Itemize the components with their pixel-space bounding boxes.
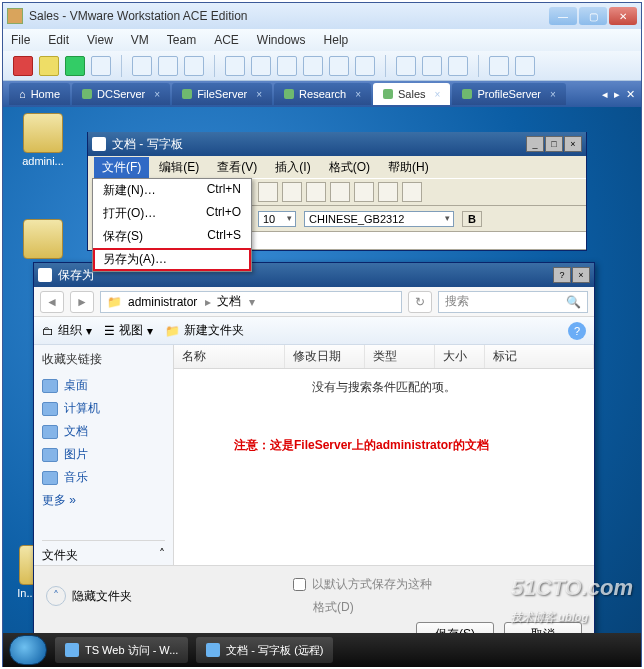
column-type[interactable]: 类型: [364, 345, 434, 369]
guest-desktop[interactable]: admini... 计... In... Ex... 文档 - 写字板 _□× …: [3, 107, 641, 667]
vmware-minimize-button[interactable]: —: [549, 7, 577, 25]
wordpad-tool-button[interactable]: [258, 182, 278, 202]
wordpad-minimize-button[interactable]: _: [526, 136, 544, 152]
nav-back-button[interactable]: ◄: [40, 291, 64, 313]
close-tab-icon[interactable]: ×: [550, 89, 556, 100]
menu-item-new[interactable]: 新建(N)…Ctrl+N: [93, 179, 251, 202]
wordpad-menu-format[interactable]: 格式(O): [321, 157, 378, 178]
sidebar-link-computer[interactable]: 计算机: [42, 397, 165, 420]
wordpad-menu-help[interactable]: 帮助(H): [380, 157, 437, 178]
menu-item-save-as[interactable]: 另存为(A)…: [93, 248, 251, 271]
power-on-button[interactable]: [65, 56, 85, 76]
toolbar-button[interactable]: [515, 56, 535, 76]
refresh-button[interactable]: ↻: [408, 291, 432, 313]
checkbox-input[interactable]: [293, 578, 306, 591]
tab-fileserver[interactable]: FileServer×: [172, 83, 272, 105]
menu-ace[interactable]: ACE: [214, 33, 239, 47]
menu-file[interactable]: File: [11, 33, 30, 47]
tab-scroll-left[interactable]: ◂: [602, 88, 608, 101]
sidebar-link-desktop[interactable]: 桌面: [42, 374, 165, 397]
desktop-icon[interactable]: admini...: [13, 113, 73, 167]
help-button[interactable]: ?: [568, 322, 586, 340]
sidebar-link-pictures[interactable]: 图片: [42, 443, 165, 466]
toolbar-button[interactable]: [225, 56, 245, 76]
column-tags[interactable]: 标记: [484, 345, 594, 369]
wordpad-tool-button[interactable]: [306, 182, 326, 202]
start-button[interactable]: [9, 635, 47, 665]
address-bar[interactable]: 📁 administrator 文档: [100, 291, 402, 313]
tab-close-icon[interactable]: ✕: [626, 88, 635, 101]
close-tab-icon[interactable]: ×: [355, 89, 361, 100]
close-tab-icon[interactable]: ×: [256, 89, 262, 100]
wordpad-tool-button[interactable]: [330, 182, 350, 202]
wordpad-menu-insert[interactable]: 插入(I): [267, 157, 318, 178]
tab-scroll-right[interactable]: ▸: [614, 88, 620, 101]
fullscreen-button[interactable]: [396, 56, 416, 76]
menu-item-open[interactable]: 打开(O)…Ctrl+O: [93, 202, 251, 225]
toolbar-button[interactable]: [277, 56, 297, 76]
toolbar-button[interactable]: [355, 56, 375, 76]
new-folder-button[interactable]: 📁新建文件夹: [165, 322, 244, 339]
revert-button[interactable]: [158, 56, 178, 76]
bold-button[interactable]: B: [462, 211, 482, 227]
column-date[interactable]: 修改日期: [284, 345, 364, 369]
menu-windows[interactable]: Windows: [257, 33, 306, 47]
menu-help[interactable]: Help: [324, 33, 349, 47]
tab-research[interactable]: Research×: [274, 83, 371, 105]
toolbar-button[interactable]: [329, 56, 349, 76]
tab-home[interactable]: ⌂Home: [9, 83, 70, 105]
font-size-select[interactable]: 10: [258, 211, 296, 227]
folders-tree-header[interactable]: 文件夹˄: [42, 540, 165, 564]
taskbar-item[interactable]: TS Web 访问 - W...: [55, 637, 188, 663]
tab-sales[interactable]: Sales×: [373, 83, 450, 105]
sidebar-link-more[interactable]: 更多 »: [42, 489, 165, 512]
reset-button[interactable]: [91, 56, 111, 76]
toolbar-button[interactable]: [251, 56, 271, 76]
nav-forward-button[interactable]: ►: [70, 291, 94, 313]
wordpad-tool-button[interactable]: [378, 182, 398, 202]
tab-profileserver[interactable]: ProfileServer×: [452, 83, 565, 105]
menu-team[interactable]: Team: [167, 33, 196, 47]
toolbar-button[interactable]: [422, 56, 442, 76]
column-size[interactable]: 大小: [434, 345, 484, 369]
toolbar-button[interactable]: [448, 56, 468, 76]
wordpad-menu-file[interactable]: 文件(F): [94, 157, 149, 178]
toolbar-button[interactable]: [303, 56, 323, 76]
menu-edit[interactable]: Edit: [48, 33, 69, 47]
views-button[interactable]: ☰视图▾: [104, 322, 153, 339]
column-name[interactable]: 名称: [174, 345, 284, 369]
vmware-close-button[interactable]: ✕: [609, 7, 637, 25]
toolbar-button[interactable]: [489, 56, 509, 76]
breadcrumb-segment[interactable]: 文档: [217, 293, 255, 310]
wordpad-tool-button[interactable]: [282, 182, 302, 202]
wordpad-tool-button[interactable]: [402, 182, 422, 202]
suspend-button[interactable]: [39, 56, 59, 76]
snapshot-button[interactable]: [132, 56, 152, 76]
menu-vm[interactable]: VM: [131, 33, 149, 47]
wordpad-menu-edit[interactable]: 编辑(E): [151, 157, 207, 178]
wordpad-menu-view[interactable]: 查看(V): [209, 157, 265, 178]
hide-folders-button[interactable]: ˄隐藏文件夹: [46, 586, 132, 606]
wordpad-close-button[interactable]: ×: [564, 136, 582, 152]
close-tab-icon[interactable]: ×: [435, 89, 441, 100]
close-tab-icon[interactable]: ×: [154, 89, 160, 100]
file-list[interactable]: 名称 修改日期 类型 大小 标记 没有与搜索条件匹配的项。 注意：这是FileS…: [174, 345, 594, 565]
wordpad-tool-button[interactable]: [354, 182, 374, 202]
menu-view[interactable]: View: [87, 33, 113, 47]
wordpad-maximize-button[interactable]: □: [545, 136, 563, 152]
power-off-button[interactable]: [13, 56, 33, 76]
sidebar-link-documents[interactable]: 文档: [42, 420, 165, 443]
tab-dcserver[interactable]: DCServer×: [72, 83, 170, 105]
default-format-checkbox[interactable]: 以默认方式保存为这种 格式(D): [293, 576, 432, 616]
manage-snapshot-button[interactable]: [184, 56, 204, 76]
search-input[interactable]: 搜索🔍: [438, 291, 588, 313]
vmware-maximize-button[interactable]: ▢: [579, 7, 607, 25]
taskbar-item[interactable]: 文档 - 写字板 (远程): [196, 637, 333, 663]
dialog-help-button[interactable]: ?: [553, 267, 571, 283]
sidebar-link-music[interactable]: 音乐: [42, 466, 165, 489]
menu-item-save[interactable]: 保存(S)Ctrl+S: [93, 225, 251, 248]
breadcrumb-segment[interactable]: administrator: [128, 295, 211, 309]
font-script-select[interactable]: CHINESE_GB2312: [304, 211, 454, 227]
dialog-close-button[interactable]: ×: [572, 267, 590, 283]
organize-button[interactable]: 🗀组织▾: [42, 322, 92, 339]
